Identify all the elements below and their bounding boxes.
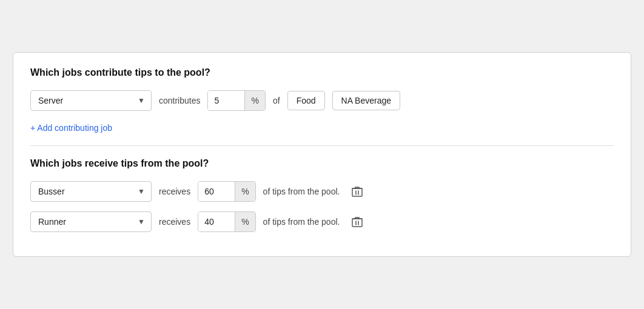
delete-row-0-button[interactable]	[352, 185, 363, 198]
svg-rect-4	[352, 219, 362, 227]
receive-amount-input-group-0: %	[198, 181, 255, 202]
na-beverage-tag-button[interactable]: NA Beverage	[332, 91, 401, 110]
section1-title: Which jobs contribute tips to the pool?	[30, 67, 614, 78]
receive-suffix-text-1: of tips from the pool.	[263, 217, 340, 227]
receiving-job-value-0: Busser	[38, 187, 65, 196]
receive-amount-input-group-1: %	[198, 211, 255, 232]
delete-row-1-button[interactable]	[352, 216, 363, 228]
contributing-job-value: Server	[38, 96, 63, 105]
receiving-job-select-0[interactable]: Busser ▼	[30, 181, 152, 202]
contributing-job-chevron-icon: ▼	[138, 96, 145, 105]
of-label: of	[273, 96, 280, 105]
receives-label-0: receives	[159, 187, 190, 196]
contributes-label: contributes	[159, 96, 200, 105]
food-tag-button[interactable]: Food	[287, 91, 325, 110]
contribute-amount-input-group: %	[207, 90, 265, 111]
receiving-job-select-1[interactable]: Runner ▼	[30, 211, 152, 232]
receiving-job-row-1: Runner ▼ receives % of tips from the poo…	[30, 211, 614, 232]
receive-suffix-text-0: of tips from the pool.	[263, 187, 340, 196]
contributing-job-row: Server ▼ contributes % of Food NA Bevera…	[30, 90, 614, 111]
receiving-job-row-0: Busser ▼ receives % of tips from the poo…	[30, 181, 614, 202]
receive-amount-input-0[interactable]	[198, 182, 235, 201]
receive-percent-suffix-1: %	[235, 212, 255, 231]
svg-rect-0	[352, 188, 362, 196]
receive-amount-input-1[interactable]	[198, 212, 235, 231]
section2-title: Which jobs receive tips from the pool?	[30, 158, 614, 169]
receiving-job-value-1: Runner	[38, 217, 66, 227]
section-divider	[30, 145, 614, 146]
tips-pool-card: Which jobs contribute tips to the pool? …	[13, 52, 631, 257]
contributing-job-select[interactable]: Server ▼	[30, 90, 152, 111]
receive-percent-suffix-0: %	[235, 182, 255, 201]
contribute-amount-input[interactable]	[208, 91, 244, 110]
contribute-percent-suffix: %	[244, 91, 264, 110]
receives-label-1: receives	[159, 217, 190, 227]
add-contributing-job-link[interactable]: + Add contributing job	[30, 123, 112, 133]
receiving-job-chevron-icon-1: ▼	[138, 218, 145, 226]
receiving-job-chevron-icon-0: ▼	[138, 187, 145, 196]
